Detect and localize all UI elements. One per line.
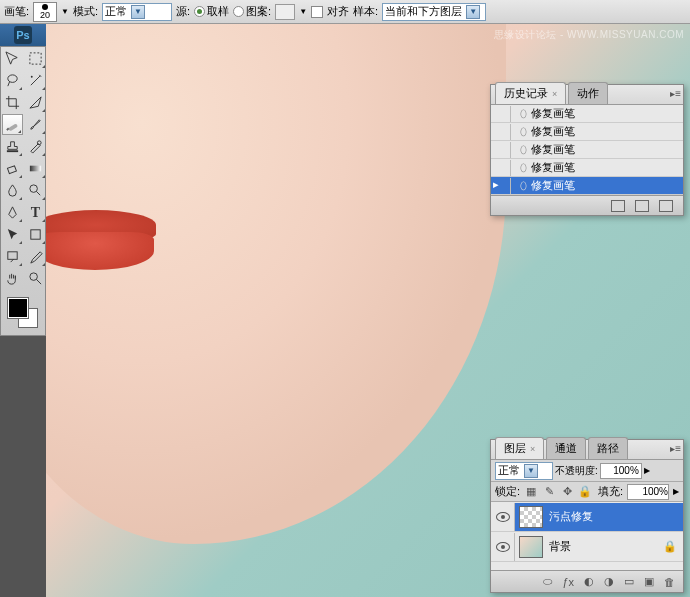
svg-point-2 bbox=[31, 76, 33, 78]
history-list: ⬯修复画笔⬯修复画笔⬯修复画笔⬯修复画笔▸⬯修复画笔 bbox=[491, 105, 683, 195]
tab-layers[interactable]: 图层× bbox=[495, 437, 544, 459]
svg-rect-10 bbox=[8, 252, 17, 260]
lock-paint-icon[interactable]: ✎ bbox=[542, 485, 556, 499]
pattern-swatch[interactable] bbox=[275, 4, 295, 20]
link-icon[interactable]: ⬭ bbox=[543, 575, 552, 588]
zoom-tool[interactable] bbox=[25, 268, 46, 289]
fill-input[interactable] bbox=[627, 484, 669, 500]
eyedropper-tool[interactable] bbox=[25, 246, 46, 267]
layers-tabs: 图层× 通道 路径 ▸≡ bbox=[491, 440, 683, 460]
svg-point-8 bbox=[30, 185, 38, 193]
new-snapshot-icon[interactable] bbox=[611, 200, 625, 212]
tab-channels[interactable]: 通道 bbox=[546, 437, 586, 459]
new-layer-icon[interactable]: ▣ bbox=[644, 575, 654, 588]
history-item[interactable]: ⬯修复画笔 bbox=[491, 159, 683, 177]
source-label: 源: bbox=[176, 4, 190, 19]
tab-history[interactable]: 历史记录× bbox=[495, 82, 566, 104]
marquee-tool[interactable] bbox=[25, 48, 46, 69]
delete-icon[interactable]: 🗑 bbox=[664, 576, 675, 588]
visibility-toggle[interactable] bbox=[491, 533, 515, 561]
slice-tool[interactable] bbox=[25, 92, 46, 113]
path-select-tool[interactable] bbox=[2, 224, 23, 245]
brush-label: 画笔: bbox=[4, 4, 29, 19]
svg-rect-7 bbox=[30, 166, 41, 172]
history-item[interactable]: ⬯修复画笔 bbox=[491, 123, 683, 141]
opacity-label: 不透明度: bbox=[555, 464, 598, 478]
align-checkbox[interactable] bbox=[311, 6, 323, 18]
crop-tool[interactable] bbox=[2, 92, 23, 113]
layers-panel: 图层× 通道 路径 ▸≡ 正常▼ 不透明度: ▶ 锁定: ▦ ✎ ✥ 🔒 填充:… bbox=[490, 439, 684, 593]
layers-footer: ⬭ ƒx ◐ ◑ ▭ ▣ 🗑 bbox=[491, 570, 683, 592]
healing-brush-tool[interactable] bbox=[2, 114, 23, 135]
watermark: 思缘设计论坛 - WWW.MISSYUAN.COM bbox=[494, 28, 684, 42]
shape-tool[interactable] bbox=[25, 224, 46, 245]
eraser-tool[interactable] bbox=[2, 158, 23, 179]
dodge-tool[interactable] bbox=[25, 180, 46, 201]
history-item[interactable]: ▸⬯修复画笔 bbox=[491, 177, 683, 195]
history-item[interactable]: ⬯修复画笔 bbox=[491, 141, 683, 159]
sample-type-dropdown[interactable]: 当前和下方图层▼ bbox=[382, 3, 486, 21]
mode-dropdown[interactable]: 正常▼ bbox=[102, 3, 172, 21]
panel-menu-icon[interactable]: ▸≡ bbox=[670, 88, 681, 99]
sample-type-label: 样本: bbox=[353, 4, 378, 19]
options-bar: 画笔: 20 ▼ 模式: 正常▼ 源: 取样 图案: ▼ 对齐 样本: 当前和下… bbox=[0, 0, 690, 24]
pattern-radio[interactable]: 图案: bbox=[233, 4, 271, 19]
history-item[interactable]: ⬯修复画笔 bbox=[491, 105, 683, 123]
wand-tool[interactable] bbox=[25, 70, 46, 91]
move-tool[interactable] bbox=[2, 48, 23, 69]
adjustment-icon[interactable]: ◑ bbox=[604, 575, 614, 588]
fill-label: 填充: bbox=[598, 484, 623, 499]
svg-rect-9 bbox=[31, 230, 40, 239]
svg-rect-6 bbox=[7, 166, 16, 174]
tab-paths[interactable]: 路径 bbox=[588, 437, 628, 459]
blur-tool[interactable] bbox=[2, 180, 23, 201]
layer-lock-row: 锁定: ▦ ✎ ✥ 🔒 填充: ▶ bbox=[491, 482, 683, 502]
gradient-tool[interactable] bbox=[25, 158, 46, 179]
color-swatches[interactable] bbox=[2, 294, 47, 334]
svg-rect-3 bbox=[8, 123, 18, 131]
mask-icon[interactable]: ◐ bbox=[584, 575, 594, 588]
app-icon-bar: Ps bbox=[0, 24, 46, 46]
type-tool[interactable]: T bbox=[25, 202, 46, 223]
history-tabs: 历史记录× 动作 ▸≡ bbox=[491, 85, 683, 105]
svg-point-1 bbox=[8, 75, 17, 83]
lock-transparent-icon[interactable]: ▦ bbox=[524, 485, 538, 499]
history-panel: 历史记录× 动作 ▸≡ ⬯修复画笔⬯修复画笔⬯修复画笔⬯修复画笔▸⬯修复画笔 bbox=[490, 84, 684, 216]
lock-move-icon[interactable]: ✥ bbox=[560, 485, 574, 499]
toolbox: T bbox=[0, 46, 46, 336]
layer-row[interactable]: 背景🔒 bbox=[491, 532, 683, 562]
history-brush-tool[interactable] bbox=[25, 136, 46, 157]
fx-icon[interactable]: ƒx bbox=[562, 576, 574, 588]
trash-icon[interactable] bbox=[659, 200, 673, 212]
lock-all-icon[interactable]: 🔒 bbox=[578, 485, 592, 499]
notes-tool[interactable] bbox=[2, 246, 23, 267]
lock-label: 锁定: bbox=[495, 484, 520, 499]
lock-icon: 🔒 bbox=[663, 540, 677, 553]
new-doc-icon[interactable] bbox=[635, 200, 649, 212]
svg-point-11 bbox=[30, 273, 38, 281]
visibility-toggle[interactable] bbox=[491, 503, 515, 531]
mode-label: 模式: bbox=[73, 4, 98, 19]
ps-icon: Ps bbox=[14, 26, 32, 44]
hand-tool[interactable] bbox=[2, 268, 23, 289]
sample-radio[interactable]: 取样 bbox=[194, 4, 229, 19]
svg-rect-0 bbox=[30, 53, 41, 64]
svg-rect-4 bbox=[7, 150, 18, 152]
align-label: 对齐 bbox=[327, 4, 349, 19]
blend-mode-dropdown[interactable]: 正常▼ bbox=[495, 462, 553, 480]
opacity-input[interactable] bbox=[600, 463, 642, 479]
stamp-tool[interactable] bbox=[2, 136, 23, 157]
layer-row[interactable]: 污点修复 bbox=[491, 502, 683, 532]
history-footer bbox=[491, 195, 683, 215]
panel-menu-icon[interactable]: ▸≡ bbox=[670, 443, 681, 454]
group-icon[interactable]: ▭ bbox=[624, 575, 634, 588]
brush-preview[interactable]: 20 bbox=[33, 2, 57, 22]
brush-tool[interactable] bbox=[25, 114, 46, 135]
layer-options: 正常▼ 不透明度: ▶ bbox=[491, 460, 683, 482]
tab-actions[interactable]: 动作 bbox=[568, 82, 608, 104]
pen-tool[interactable] bbox=[2, 202, 23, 223]
lasso-tool[interactable] bbox=[2, 70, 23, 91]
layer-list: 污点修复背景🔒 bbox=[491, 502, 683, 570]
